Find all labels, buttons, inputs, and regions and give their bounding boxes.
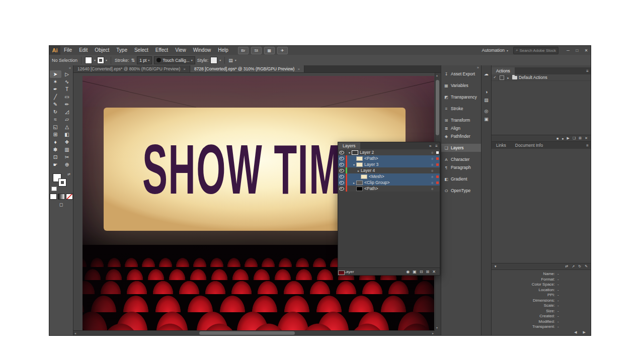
make-clip-mask-icon[interactable]: ▣ bbox=[411, 269, 418, 274]
gpu-performance-icon[interactable]: ✈ bbox=[277, 47, 288, 54]
layer-row[interactable]: ▾ Layer 3 ○ bbox=[338, 161, 440, 167]
menu-item[interactable]: File bbox=[60, 46, 75, 55]
visibility-toggle[interactable] bbox=[338, 149, 346, 155]
direct-selection-tool[interactable]: ▷ bbox=[61, 70, 73, 78]
panel-button-transparency[interactable]: ◩ Transparency bbox=[441, 93, 481, 101]
brush-definition-field[interactable]: Touch Callig... ▾ bbox=[154, 56, 195, 64]
stop-icon[interactable]: ■ bbox=[556, 137, 558, 140]
menu-item[interactable]: Edit bbox=[75, 46, 91, 55]
layer-name[interactable]: Layer 4 bbox=[361, 168, 429, 173]
action-toggle-check[interactable]: ✓ bbox=[492, 74, 499, 80]
stroke-weight-field[interactable]: 1 pt ▾ bbox=[137, 56, 152, 64]
pen-tool[interactable]: ✒ bbox=[50, 85, 61, 93]
layer-row[interactable]: ▾ Layer 2 ○ bbox=[338, 149, 440, 155]
line-segment-tool[interactable]: ╱ bbox=[50, 93, 61, 101]
mesh-tool[interactable]: ⊞ bbox=[50, 131, 61, 138]
visibility-toggle[interactable] bbox=[338, 161, 346, 167]
menu-item[interactable]: View bbox=[172, 46, 190, 55]
layer-row[interactable]: ▸ <Clip Group> ○ bbox=[338, 179, 440, 186]
width-tool[interactable]: ≈ bbox=[50, 116, 61, 123]
selection-indicator[interactable] bbox=[435, 157, 440, 160]
layer-row[interactable]: <Path> ○ bbox=[338, 186, 440, 192]
graphic-style-options-icon[interactable]: ▤ bbox=[228, 58, 233, 63]
cc-libraries-icon[interactable]: ☁ bbox=[481, 70, 491, 78]
blend-tool[interactable]: ❖ bbox=[61, 138, 73, 146]
perspective-grid-tool[interactable]: △ bbox=[61, 123, 73, 131]
selection-indicator[interactable] bbox=[435, 182, 440, 184]
layer-name[interactable]: <Clip Group> bbox=[364, 180, 429, 185]
search-input[interactable]: ⌕ Search Adobe Stock bbox=[513, 47, 558, 54]
panel-menu-icon[interactable]: ≡ bbox=[433, 144, 440, 148]
action-dialog-toggle[interactable] bbox=[499, 74, 506, 80]
horizontal-scrollbar[interactable]: ◂ ▸ bbox=[73, 330, 435, 335]
tab-close-icon[interactable]: × bbox=[183, 67, 186, 71]
pencil-tool[interactable]: ✏ bbox=[61, 101, 73, 108]
rotate-tool[interactable]: ↻ bbox=[50, 108, 61, 116]
type-tool[interactable]: T bbox=[61, 85, 73, 93]
screen-mode-icon[interactable]: ◻ bbox=[59, 202, 63, 207]
target-icon[interactable]: ○ bbox=[429, 175, 435, 178]
layer-thumbnail[interactable] bbox=[361, 174, 367, 179]
new-sublayer-icon[interactable]: ⊟ bbox=[418, 269, 425, 274]
lasso-tool[interactable]: ∿ bbox=[61, 78, 73, 85]
target-icon[interactable]: ○ bbox=[429, 157, 435, 160]
layer-thumbnail[interactable] bbox=[338, 270, 345, 275]
selection-indicator[interactable] bbox=[435, 188, 440, 190]
layer-name[interactable]: <Path> bbox=[364, 186, 429, 191]
scroll-left-icon[interactable]: ◂ bbox=[74, 331, 76, 336]
style-swatch[interactable] bbox=[210, 57, 217, 64]
target-icon[interactable]: ○ bbox=[429, 169, 435, 172]
expand-chevron-icon[interactable]: ▸ bbox=[506, 76, 511, 79]
tab-actions[interactable]: Actions bbox=[492, 67, 515, 74]
layer-row[interactable]: <Path> ○ bbox=[338, 155, 440, 161]
panel-button-opentype[interactable]: O OpenType bbox=[441, 187, 481, 195]
visibility-toggle[interactable] bbox=[338, 179, 346, 186]
column-graph-tool[interactable]: ▥ bbox=[61, 146, 73, 153]
chevron-down-icon[interactable]: ▾ bbox=[219, 58, 221, 62]
scale-tool[interactable]: ◿ bbox=[61, 108, 73, 116]
shape-builder-tool[interactable]: ◱ bbox=[50, 123, 61, 131]
expand-chevron-icon[interactable]: ▸ bbox=[352, 181, 356, 185]
delete-action-icon[interactable]: ✕ bbox=[585, 136, 588, 140]
layer-name[interactable]: Layer 2 bbox=[360, 150, 429, 155]
swap-fill-stroke-icon[interactable]: ⇄ bbox=[67, 172, 70, 176]
layer-name[interactable]: <Mesh> bbox=[369, 174, 429, 179]
panel-button-layers[interactable]: ❏ Layers bbox=[441, 144, 481, 152]
color-icon[interactable]: ◑ bbox=[481, 88, 491, 96]
target-icon[interactable]: ○ bbox=[429, 181, 435, 185]
links-panel-tab[interactable]: Links bbox=[492, 142, 511, 149]
layer-thumbnail[interactable] bbox=[356, 156, 363, 161]
panel-button-variables[interactable]: ▦ Variables bbox=[441, 81, 481, 89]
visibility-toggle[interactable] bbox=[338, 155, 346, 161]
panel-menu-icon[interactable]: ≡ bbox=[584, 69, 591, 73]
menu-item[interactable]: Window bbox=[190, 46, 215, 55]
panel-menu-icon[interactable]: ≡ bbox=[584, 143, 591, 148]
menu-item[interactable]: Effect bbox=[152, 46, 172, 55]
panel-button-paragraph[interactable]: ¶ Paragraph bbox=[441, 163, 481, 171]
panel-button-character[interactable]: A Character bbox=[441, 155, 481, 163]
panel-collapse-icon[interactable]: » bbox=[427, 144, 433, 148]
selection-indicator[interactable] bbox=[435, 175, 440, 178]
locate-object-icon[interactable]: ◉ bbox=[405, 269, 411, 274]
collapse-dock-icon[interactable]: » bbox=[477, 66, 479, 69]
new-set-icon[interactable]: ❏ bbox=[573, 136, 576, 140]
target-icon[interactable]: ○ bbox=[429, 163, 435, 166]
scroll-down-icon[interactable]: ▾ bbox=[436, 325, 438, 330]
play-icon[interactable]: ▶ bbox=[567, 136, 570, 140]
next-link-icon[interactable]: ▶ bbox=[583, 330, 586, 334]
graphic-styles-icon[interactable]: ▣ bbox=[481, 115, 491, 123]
action-set-row[interactable]: ✓ ▸ Default Actions bbox=[492, 74, 591, 81]
zoom-tool[interactable]: ⊕ bbox=[61, 161, 73, 168]
delete-layer-icon[interactable]: ✕ bbox=[431, 269, 437, 274]
go-to-link-icon[interactable]: ↗ bbox=[572, 264, 575, 268]
none-button[interactable] bbox=[66, 194, 73, 200]
action-set-label[interactable]: Default Actions bbox=[519, 75, 547, 80]
relink-icon[interactable]: ⇄ bbox=[566, 264, 569, 268]
visibility-toggle[interactable] bbox=[338, 167, 346, 173]
close-button[interactable]: ✕ bbox=[582, 46, 591, 55]
tab-layers[interactable]: Layers bbox=[338, 142, 360, 149]
arrange-documents-icon[interactable]: ▦ bbox=[264, 47, 275, 54]
chevron-down-icon[interactable]: ▾ bbox=[94, 58, 96, 62]
menu-item[interactable]: Object bbox=[91, 46, 113, 55]
expand-chevron-icon[interactable]: ▾ bbox=[352, 163, 356, 166]
